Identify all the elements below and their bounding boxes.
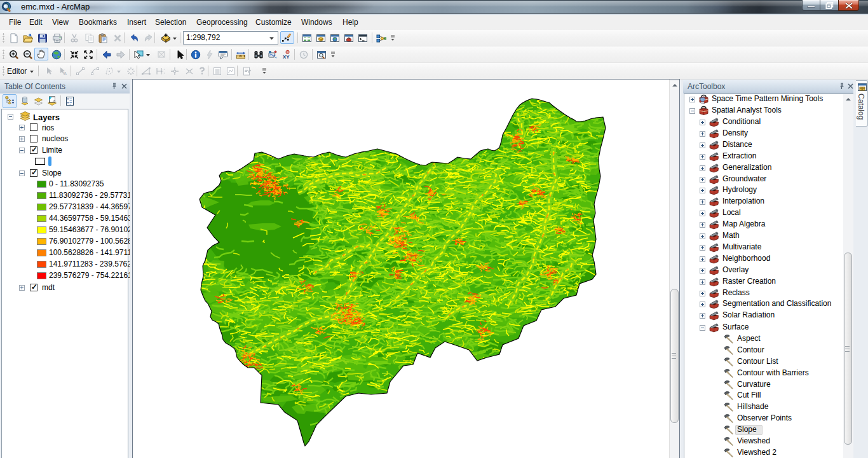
svg-text:XY: XY — [283, 54, 290, 60]
